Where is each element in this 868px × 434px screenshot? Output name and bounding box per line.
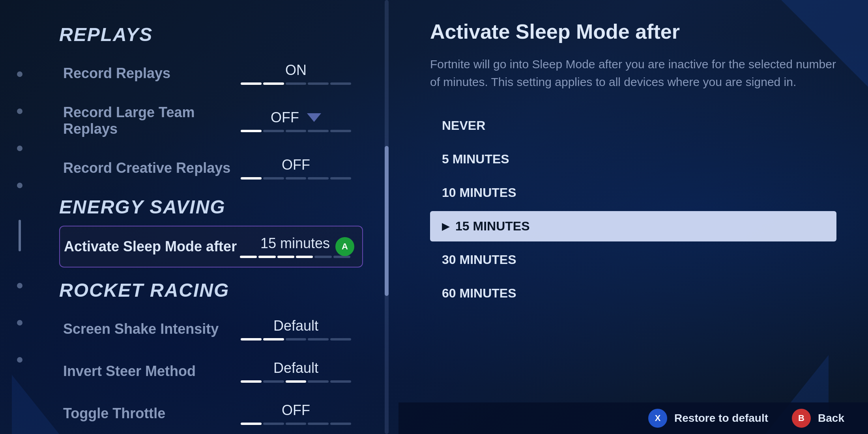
record-creative-replays-row[interactable]: Record Creative Replays OFF [59, 148, 363, 188]
option-10-min-label: 10 MINUTES [442, 185, 516, 200]
slider-seg-5 [314, 256, 331, 258]
slider-seg-1 [241, 177, 262, 180]
activate-sleep-mode-slider [240, 256, 350, 258]
invert-steer-method-row[interactable]: Invert Steer Method Default [59, 351, 363, 391]
slider-seg-5 [330, 177, 351, 180]
record-replays-row[interactable]: Record Replays ON [59, 53, 363, 94]
activate-sleep-mode-row[interactable]: Activate Sleep Mode after 15 minutes A [59, 226, 363, 268]
bottom-bar: X Restore to default B Back [398, 402, 868, 434]
scrollbar-track[interactable] [385, 0, 389, 434]
a-button-indicator: A [335, 237, 354, 256]
slider-seg-4 [308, 380, 329, 383]
toggle-throttle-row[interactable]: Toggle Throttle OFF [59, 393, 363, 434]
slider-seg-2 [263, 423, 284, 425]
slider-seg-6 [333, 256, 350, 258]
option-never[interactable]: NEVER [430, 110, 836, 141]
slider-seg-3 [286, 338, 307, 340]
dropdown-arrow-icon [307, 113, 321, 122]
option-15-min-label: 15 MINUTES [455, 219, 529, 234]
option-15-min[interactable]: ▶ 15 MINUTES [430, 211, 836, 241]
rocket-racing-section-header: ROCKET RACING [59, 279, 363, 301]
activate-sleep-mode-value-group: 15 minutes [240, 235, 350, 258]
slider-seg-5 [330, 380, 351, 383]
sidebar-dot-4 [17, 183, 22, 188]
slider-seg-1 [241, 82, 262, 85]
screen-shake-intensity-label: Screen Shake Intensity [63, 321, 219, 337]
settings-panel: REPLAYS Record Replays ON Record Large T… [39, 0, 383, 434]
b-button-icon: B [792, 409, 811, 428]
slider-seg-4 [308, 177, 329, 180]
option-30-min[interactable]: 30 MINUTES [430, 245, 836, 275]
sidebar-dot-5 [17, 283, 22, 288]
sidebar-dot-7 [17, 357, 22, 363]
panel-description: Fortnite will go into Sleep Mode after y… [430, 55, 836, 91]
record-creative-replays-value-group: OFF [241, 157, 351, 180]
slider-seg-2 [263, 177, 284, 180]
slider-seg-3 [277, 256, 294, 258]
x-button-icon: X [648, 409, 667, 428]
scrollbar[interactable] [383, 0, 391, 434]
slider-seg-3 [286, 177, 307, 180]
sidebar-dot-2 [17, 108, 22, 114]
slider-seg-4 [296, 256, 313, 258]
record-large-team-replays-value-group: OFF [241, 109, 351, 132]
activate-sleep-mode-label: Activate Sleep Mode after [64, 238, 237, 255]
restore-default-label: Restore to default [674, 412, 768, 425]
option-selected-arrow-icon: ▶ [442, 221, 449, 232]
toggle-throttle-value: OFF [282, 402, 310, 419]
toggle-throttle-slider [241, 423, 351, 425]
record-large-team-replays-slider [241, 130, 351, 132]
energy-saving-section-header: ENERGY SAVING [59, 196, 363, 218]
invert-steer-method-label: Invert Steer Method [63, 363, 196, 380]
back-button[interactable]: B Back [792, 409, 844, 428]
restore-default-button[interactable]: X Restore to default [648, 409, 768, 428]
record-creative-replays-value: OFF [282, 157, 310, 173]
slider-seg-3 [286, 130, 307, 132]
back-label: Back [818, 412, 844, 425]
screen-shake-intensity-value: Default [273, 318, 318, 334]
toggle-throttle-value-group: OFF [241, 402, 351, 425]
slider-seg-3 [286, 423, 307, 425]
slider-seg-2 [263, 130, 284, 132]
option-10-min[interactable]: 10 MINUTES [430, 178, 836, 208]
options-list: NEVER 5 MINUTES 10 MINUTES ▶ 15 MINUTES … [430, 110, 836, 309]
slider-seg-4 [308, 423, 329, 425]
slider-seg-2 [263, 338, 284, 340]
slider-seg-2 [263, 82, 284, 85]
slider-seg-1 [241, 380, 262, 383]
toggle-throttle-label: Toggle Throttle [63, 405, 165, 422]
invert-steer-method-value: Default [273, 360, 318, 376]
sidebar [0, 0, 39, 434]
record-replays-label: Record Replays [63, 65, 170, 82]
replays-section-header: REPLAYS [59, 24, 363, 45]
slider-seg-1 [240, 256, 257, 258]
record-large-team-replays-label: Record Large Team Replays [63, 104, 241, 137]
panel-title: Activate Sleep Mode after [430, 20, 836, 43]
option-60-min[interactable]: 60 MINUTES [430, 278, 836, 309]
record-replays-slider [241, 82, 351, 85]
record-replays-value: ON [285, 62, 307, 79]
screen-shake-intensity-value-group: Default [241, 318, 351, 340]
invert-steer-method-slider [241, 380, 351, 383]
slider-seg-3 [286, 380, 307, 383]
record-creative-replays-slider [241, 177, 351, 180]
option-60-min-label: 60 MINUTES [442, 286, 516, 301]
activate-sleep-mode-value: 15 minutes [260, 235, 330, 252]
slider-seg-1 [241, 338, 262, 340]
option-5-min-label: 5 MINUTES [442, 152, 509, 166]
record-creative-replays-label: Record Creative Replays [63, 160, 230, 176]
slider-seg-5 [330, 130, 351, 132]
invert-steer-method-value-group: Default [241, 360, 351, 383]
slider-seg-4 [308, 82, 329, 85]
scrollbar-thumb[interactable] [385, 146, 389, 296]
record-large-team-replays-row[interactable]: Record Large Team Replays OFF [59, 95, 363, 146]
sidebar-line [19, 220, 21, 251]
option-never-label: NEVER [442, 118, 485, 133]
right-panel: Activate Sleep Mode after Fortnite will … [398, 0, 868, 434]
option-5-min[interactable]: 5 MINUTES [430, 144, 836, 174]
slider-seg-4 [308, 130, 329, 132]
x-button-label: X [655, 413, 661, 423]
slider-seg-1 [241, 130, 262, 132]
slider-seg-2 [263, 380, 284, 383]
screen-shake-intensity-row[interactable]: Screen Shake Intensity Default [59, 309, 363, 349]
